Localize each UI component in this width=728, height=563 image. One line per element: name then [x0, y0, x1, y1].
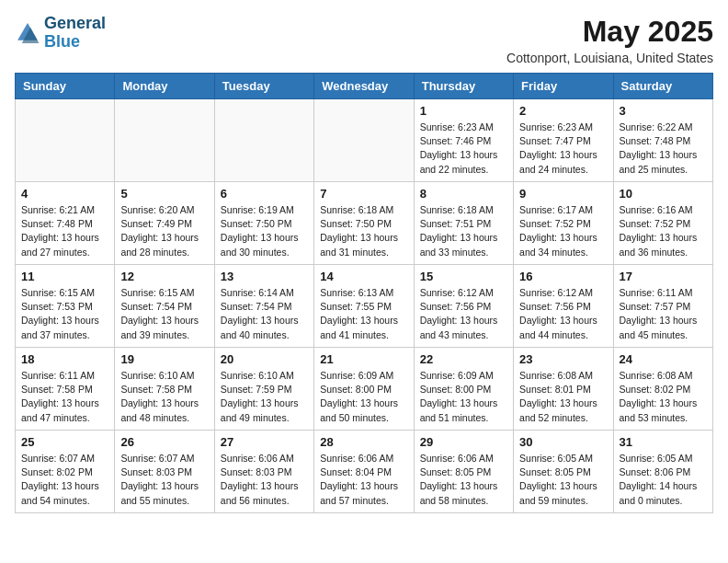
- calendar-cell: 28Sunrise: 6:06 AM Sunset: 8:04 PM Dayli…: [314, 431, 414, 513]
- week-row-4: 18Sunrise: 6:11 AM Sunset: 7:58 PM Dayli…: [16, 348, 713, 431]
- col-sunday: Sunday: [16, 74, 115, 99]
- day-info: Sunrise: 6:18 AM Sunset: 7:50 PM Dayligh…: [320, 203, 407, 259]
- day-info: Sunrise: 6:10 AM Sunset: 7:58 PM Dayligh…: [120, 369, 208, 425]
- day-info: Sunrise: 6:23 AM Sunset: 7:47 PM Dayligh…: [519, 121, 607, 177]
- calendar-cell: 17Sunrise: 6:11 AM Sunset: 7:57 PM Dayli…: [613, 265, 712, 348]
- day-number: 18: [21, 352, 108, 366]
- day-number: 4: [21, 187, 108, 201]
- col-monday: Monday: [115, 74, 214, 99]
- day-number: 5: [120, 187, 208, 201]
- day-number: 16: [519, 270, 607, 283]
- day-info: Sunrise: 6:07 AM Sunset: 8:02 PM Dayligh…: [21, 452, 108, 508]
- day-number: 3: [620, 104, 707, 118]
- calendar-cell: 23Sunrise: 6:08 AM Sunset: 8:01 PM Dayli…: [514, 348, 613, 431]
- week-row-3: 11Sunrise: 6:15 AM Sunset: 7:53 PM Dayli…: [16, 265, 713, 348]
- calendar-header-row: Sunday Monday Tuesday Wednesday Thursday…: [16, 74, 713, 99]
- calendar-cell: 30Sunrise: 6:05 AM Sunset: 8:05 PM Dayli…: [514, 431, 613, 513]
- day-number: 8: [420, 187, 507, 201]
- calendar-cell: 9Sunrise: 6:17 AM Sunset: 7:52 PM Daylig…: [514, 182, 613, 265]
- day-info: Sunrise: 6:09 AM Sunset: 8:00 PM Dayligh…: [320, 369, 407, 425]
- logo-icon: [15, 20, 40, 46]
- day-number: 27: [221, 435, 308, 449]
- day-info: Sunrise: 6:23 AM Sunset: 7:46 PM Dayligh…: [420, 121, 507, 177]
- day-number: 15: [420, 270, 507, 283]
- calendar-cell: 26Sunrise: 6:07 AM Sunset: 8:03 PM Dayli…: [115, 431, 214, 513]
- day-number: 20: [221, 352, 308, 366]
- calendar-cell: [314, 99, 414, 182]
- day-number: 22: [420, 352, 507, 366]
- day-info: Sunrise: 6:05 AM Sunset: 8:05 PM Dayligh…: [519, 452, 607, 508]
- day-number: 21: [320, 352, 407, 366]
- day-info: Sunrise: 6:12 AM Sunset: 7:56 PM Dayligh…: [519, 286, 607, 342]
- day-info: Sunrise: 6:22 AM Sunset: 7:48 PM Dayligh…: [620, 121, 707, 177]
- logo-text: GeneralBlue: [44, 15, 106, 52]
- logo: GeneralBlue: [15, 15, 106, 52]
- calendar-cell: 15Sunrise: 6:12 AM Sunset: 7:56 PM Dayli…: [414, 265, 513, 348]
- day-info: Sunrise: 6:06 AM Sunset: 8:03 PM Dayligh…: [221, 452, 308, 508]
- day-number: 28: [320, 435, 407, 449]
- day-number: 6: [221, 187, 308, 201]
- day-number: 24: [620, 352, 707, 366]
- calendar-cell: 12Sunrise: 6:15 AM Sunset: 7:54 PM Dayli…: [115, 265, 214, 348]
- calendar-cell: 10Sunrise: 6:16 AM Sunset: 7:52 PM Dayli…: [613, 182, 712, 265]
- day-info: Sunrise: 6:17 AM Sunset: 7:52 PM Dayligh…: [519, 203, 607, 259]
- calendar-cell: 21Sunrise: 6:09 AM Sunset: 8:00 PM Dayli…: [314, 348, 414, 431]
- day-info: Sunrise: 6:20 AM Sunset: 7:49 PM Dayligh…: [120, 203, 208, 259]
- calendar-cell: 5Sunrise: 6:20 AM Sunset: 7:49 PM Daylig…: [115, 182, 214, 265]
- calendar-cell: 2Sunrise: 6:23 AM Sunset: 7:47 PM Daylig…: [514, 99, 613, 182]
- week-row-1: 1Sunrise: 6:23 AM Sunset: 7:46 PM Daylig…: [16, 99, 713, 182]
- calendar-cell: [16, 99, 115, 182]
- day-number: 2: [519, 104, 607, 118]
- calendar-cell: 29Sunrise: 6:06 AM Sunset: 8:05 PM Dayli…: [414, 431, 513, 513]
- calendar-cell: 31Sunrise: 6:05 AM Sunset: 8:06 PM Dayli…: [613, 431, 712, 513]
- day-info: Sunrise: 6:21 AM Sunset: 7:48 PM Dayligh…: [21, 203, 108, 259]
- day-number: 29: [420, 435, 507, 449]
- day-number: 13: [221, 270, 308, 283]
- day-info: Sunrise: 6:14 AM Sunset: 7:54 PM Dayligh…: [221, 286, 308, 342]
- day-info: Sunrise: 6:15 AM Sunset: 7:53 PM Dayligh…: [21, 286, 108, 342]
- day-number: 25: [21, 435, 108, 449]
- day-info: Sunrise: 6:18 AM Sunset: 7:51 PM Dayligh…: [420, 203, 507, 259]
- day-number: 11: [21, 270, 108, 283]
- calendar-cell: 3Sunrise: 6:22 AM Sunset: 7:48 PM Daylig…: [613, 99, 712, 182]
- day-info: Sunrise: 6:11 AM Sunset: 7:57 PM Dayligh…: [620, 286, 707, 342]
- page-header: GeneralBlue May 2025 Cottonport, Louisia…: [15, 15, 713, 65]
- calendar-cell: 25Sunrise: 6:07 AM Sunset: 8:02 PM Dayli…: [16, 431, 115, 513]
- calendar-cell: 13Sunrise: 6:14 AM Sunset: 7:54 PM Dayli…: [214, 265, 313, 348]
- day-number: 9: [519, 187, 607, 201]
- month-year-title: May 2025: [506, 15, 713, 49]
- day-number: 14: [320, 270, 407, 283]
- calendar-cell: 14Sunrise: 6:13 AM Sunset: 7:55 PM Dayli…: [314, 265, 414, 348]
- day-number: 31: [620, 435, 707, 449]
- day-info: Sunrise: 6:06 AM Sunset: 8:05 PM Dayligh…: [420, 452, 507, 508]
- col-saturday: Saturday: [613, 74, 712, 99]
- col-thursday: Thursday: [414, 74, 513, 99]
- calendar-cell: 8Sunrise: 6:18 AM Sunset: 7:51 PM Daylig…: [414, 182, 513, 265]
- title-block: May 2025 Cottonport, Louisiana, United S…: [506, 15, 713, 65]
- calendar-cell: 19Sunrise: 6:10 AM Sunset: 7:58 PM Dayli…: [115, 348, 214, 431]
- calendar-table: Sunday Monday Tuesday Wednesday Thursday…: [15, 73, 713, 513]
- calendar-cell: 7Sunrise: 6:18 AM Sunset: 7:50 PM Daylig…: [314, 182, 414, 265]
- day-info: Sunrise: 6:11 AM Sunset: 7:58 PM Dayligh…: [21, 369, 108, 425]
- day-info: Sunrise: 6:12 AM Sunset: 7:56 PM Dayligh…: [420, 286, 507, 342]
- calendar-cell: 16Sunrise: 6:12 AM Sunset: 7:56 PM Dayli…: [514, 265, 613, 348]
- col-friday: Friday: [514, 74, 613, 99]
- day-info: Sunrise: 6:13 AM Sunset: 7:55 PM Dayligh…: [320, 286, 407, 342]
- day-number: 30: [519, 435, 607, 449]
- day-info: Sunrise: 6:07 AM Sunset: 8:03 PM Dayligh…: [120, 452, 208, 508]
- calendar-cell: [214, 99, 313, 182]
- day-number: 19: [120, 352, 208, 366]
- day-info: Sunrise: 6:06 AM Sunset: 8:04 PM Dayligh…: [320, 452, 407, 508]
- day-number: 1: [420, 104, 507, 118]
- day-number: 10: [620, 187, 707, 201]
- day-number: 7: [320, 187, 407, 201]
- day-number: 17: [620, 270, 707, 283]
- calendar-cell: 20Sunrise: 6:10 AM Sunset: 7:59 PM Dayli…: [214, 348, 313, 431]
- calendar-cell: 22Sunrise: 6:09 AM Sunset: 8:00 PM Dayli…: [414, 348, 513, 431]
- day-number: 23: [519, 352, 607, 366]
- day-info: Sunrise: 6:08 AM Sunset: 8:01 PM Dayligh…: [519, 369, 607, 425]
- col-tuesday: Tuesday: [214, 74, 313, 99]
- day-info: Sunrise: 6:15 AM Sunset: 7:54 PM Dayligh…: [120, 286, 208, 342]
- calendar-cell: 4Sunrise: 6:21 AM Sunset: 7:48 PM Daylig…: [16, 182, 115, 265]
- location-subtitle: Cottonport, Louisiana, United States: [506, 51, 713, 65]
